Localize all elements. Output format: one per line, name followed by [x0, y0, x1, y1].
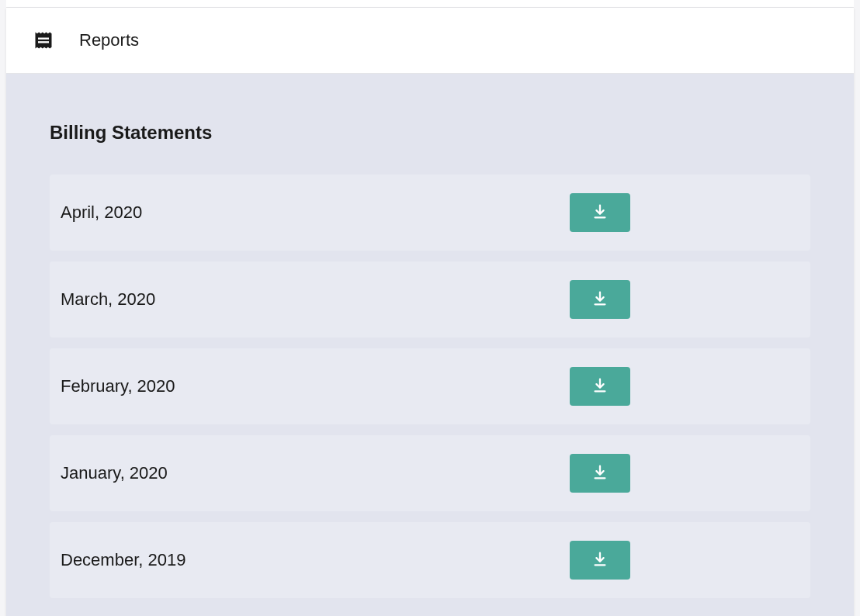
- download-button[interactable]: [570, 541, 630, 580]
- download-button[interactable]: [570, 280, 630, 319]
- page-title: Reports: [79, 30, 139, 50]
- receipt-icon: [33, 29, 54, 51]
- download-button[interactable]: [570, 193, 630, 232]
- statement-label: February, 2020: [61, 376, 175, 396]
- statement-row: February, 2020: [50, 348, 810, 424]
- main-container: Reports Billing Statements April, 2020 M…: [6, 8, 854, 616]
- statement-label: April, 2020: [61, 202, 142, 223]
- statement-label: January, 2020: [61, 463, 168, 483]
- statement-row: January, 2020: [50, 435, 810, 511]
- download-button[interactable]: [570, 454, 630, 493]
- statement-row: April, 2020: [50, 175, 810, 251]
- download-icon: [591, 290, 609, 310]
- statement-label: December, 2019: [61, 550, 186, 570]
- statement-row: March, 2020: [50, 261, 810, 337]
- section-title: Billing Statements: [50, 122, 810, 144]
- page-header: Reports: [6, 8, 854, 74]
- statement-label: March, 2020: [61, 289, 155, 310]
- download-icon: [591, 551, 609, 570]
- content-area: Billing Statements April, 2020 March, 20…: [6, 74, 854, 616]
- download-button[interactable]: [570, 367, 630, 406]
- statement-list: April, 2020 March, 2020: [50, 175, 810, 598]
- top-strip: [6, 0, 854, 8]
- download-icon: [591, 203, 609, 223]
- download-icon: [591, 464, 609, 483]
- download-icon: [591, 377, 609, 396]
- svg-rect-0: [38, 38, 49, 40]
- svg-rect-1: [38, 41, 49, 43]
- statement-row: December, 2019: [50, 522, 810, 598]
